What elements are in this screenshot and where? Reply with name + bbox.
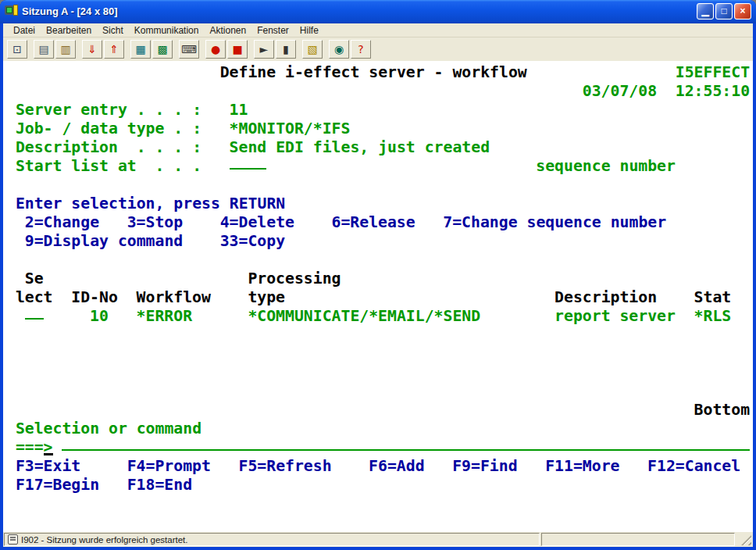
terminal-text: I5EFFECT [676, 64, 750, 81]
terminal-text: Enter selection, press RETURN [16, 195, 285, 212]
minimize-button[interactable]: ▁ [697, 3, 714, 20]
terminal-text: 10 [90, 308, 109, 325]
menu-item-bearbeiten[interactable]: Bearbeiten [41, 24, 97, 37]
toolbar-group: ▦▩ [130, 40, 173, 59]
help-book-icon: ? [358, 44, 363, 55]
terminal-text: 6=Release [332, 214, 415, 231]
session-message-icon [8, 534, 18, 545]
terminal-text: Workflow [137, 289, 211, 306]
terminal-text: report server [555, 308, 676, 325]
menu-item-hilfe[interactable]: Hilfe [294, 24, 324, 37]
display-setup-button[interactable]: ▦ [130, 40, 151, 59]
terminal-text: 7=Change sequence number [443, 214, 666, 231]
macro-pause-button[interactable]: ▮ [276, 40, 296, 59]
terminal-text: lect [16, 289, 53, 306]
toolbar-group: ▤▥ [34, 40, 76, 59]
print-screen-button[interactable]: ⊡ [7, 40, 27, 59]
terminal-text: 2=Change [25, 214, 99, 231]
clipboard-button[interactable]: ▧ [302, 40, 323, 59]
window-title: Sitzung A - [24 x 80] [22, 5, 697, 17]
close-button[interactable]: × [734, 3, 751, 20]
terminal-text: F17=Begin [16, 477, 99, 494]
toolbar-group: ⊡ [7, 40, 27, 59]
paste-icon: ▥ [60, 44, 70, 55]
menu-item-datei[interactable]: Datei [8, 24, 41, 37]
toolbar-group: ⇓⇑ [82, 40, 124, 59]
toolbar-group: ●■ [205, 40, 248, 59]
help-book-button[interactable]: ? [351, 40, 371, 59]
terminal-text: Server entry . . . : [16, 102, 201, 119]
macro-play-button[interactable]: ► [254, 40, 274, 59]
toolbar-group: ►▮ [254, 40, 296, 59]
status-extra-segment [541, 533, 735, 546]
keyboard-setup-icon: ⌨ [181, 44, 197, 55]
terminal-text: F9=Find [452, 458, 517, 475]
display-colors-icon: ▩ [157, 44, 167, 55]
print-screen-icon: ⊡ [12, 44, 22, 55]
terminal-text: Send EDI files, just created [230, 139, 490, 156]
terminal-text: F5=Refresh [239, 458, 332, 475]
title-bar[interactable]: Sitzung A - [24 x 80] ▁□× [0, 0, 756, 23]
status-message: I902 - Sitzung wurde erfolgreich gestart… [21, 535, 188, 545]
select-option-field[interactable] [25, 308, 44, 320]
copy-button[interactable]: ▤ [34, 40, 54, 59]
display-colors-button[interactable]: ▩ [152, 40, 173, 59]
macro-stop-button[interactable]: ■ [227, 40, 248, 59]
terminal-text: Processing [248, 270, 341, 288]
emulator-window: Sitzung A - [24 x 80] ▁□× DateiBearbeite… [0, 0, 756, 550]
menu-item-kommunikation[interactable]: Kommunikation [129, 24, 205, 37]
terminal-text: type [248, 289, 285, 306]
status-message-segment: I902 - Sitzung wurde erfolgreich gestart… [4, 533, 540, 546]
text-cursor [44, 453, 53, 455]
menu-item-fenster[interactable]: Fenster [251, 24, 294, 37]
terminal-text: Stat [694, 289, 732, 306]
terminal-text: 9=Display command [25, 233, 183, 250]
terminal-text: Bottom [694, 402, 750, 419]
command-input-field[interactable] [62, 439, 750, 451]
menu-item-sicht[interactable]: Sicht [97, 24, 129, 37]
menu-item-aktionen[interactable]: Aktionen [204, 24, 251, 37]
terminal-text: Define i-effect server - workflow [220, 64, 527, 81]
display-setup-icon: ▦ [135, 44, 145, 55]
help-globe-button[interactable]: ◉ [329, 40, 349, 59]
toolbar: ⊡▤▥⇓⇑▦▩⌨●■►▮▧◉? [3, 38, 753, 61]
terminal-text: 03/07/08 [583, 83, 657, 100]
clipboard-icon: ▧ [307, 44, 317, 55]
status-bar: I902 - Sitzung wurde erfolgreich gestart… [3, 532, 753, 547]
terminal-text: 12:55:10 [676, 83, 750, 100]
terminal-text: F18=End [127, 477, 192, 494]
terminal-text: Description . . . : [16, 139, 201, 156]
toolbar-group: ◉? [329, 40, 371, 59]
send-file-button[interactable]: ⇓ [82, 40, 102, 59]
resize-grip[interactable] [736, 533, 752, 546]
terminal-text: Se [25, 270, 44, 288]
terminal-text: ID-No [71, 289, 118, 306]
terminal-screen[interactable]: Define i-effect server - workflowI5EFFEC… [3, 61, 753, 532]
terminal-text: F11=More [545, 458, 619, 475]
maximize-button[interactable]: □ [715, 3, 733, 20]
start-list-at-field[interactable] [230, 158, 267, 170]
terminal-text: F4=Prompt [127, 458, 211, 475]
terminal-text: 3=Stop [127, 214, 183, 231]
terminal-text: Job- / data type . : [16, 120, 201, 138]
terminal-text: sequence number [536, 158, 676, 175]
menu-bar: DateiBearbeitenSichtKommunikationAktione… [3, 23, 753, 38]
terminal-text: F6=Add [369, 458, 424, 475]
terminal-text: 11 [230, 102, 248, 119]
terminal-text: *ERROR [137, 308, 192, 325]
app-icon [5, 5, 18, 17]
terminal-text: Start list at . . . [16, 158, 201, 175]
send-file-icon: ⇓ [87, 44, 97, 55]
window-controls: ▁□× [697, 3, 751, 20]
macro-pause-icon: ▮ [283, 44, 289, 55]
paste-button[interactable]: ▥ [55, 40, 76, 59]
terminal-text: F12=Cancel [647, 458, 740, 475]
terminal-text: 33=Copy [220, 233, 285, 250]
keyboard-setup-button[interactable]: ⌨ [179, 40, 199, 59]
macro-record-icon: ● [211, 44, 220, 55]
help-globe-icon: ◉ [334, 44, 344, 55]
receive-file-button[interactable]: ⇑ [104, 40, 124, 59]
terminal-text: *MONITOR/*IFS [230, 120, 351, 138]
macro-stop-icon: ■ [232, 44, 242, 55]
macro-record-button[interactable]: ● [205, 40, 226, 59]
